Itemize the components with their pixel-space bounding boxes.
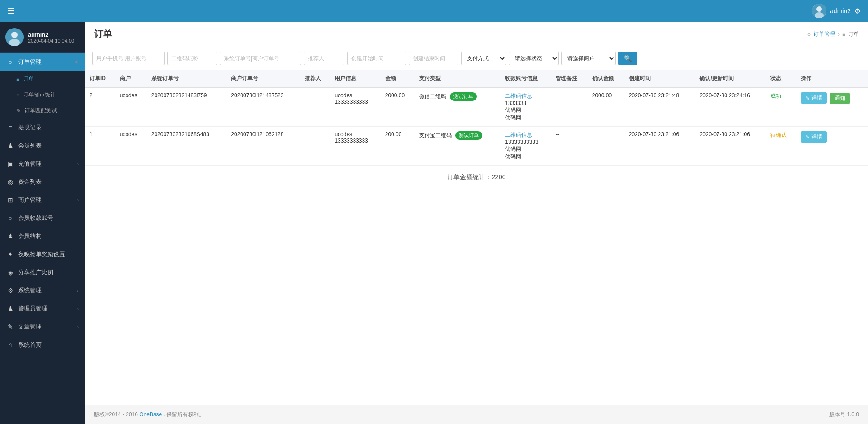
cell-create-time: 2020-07-30 23:21:06 <box>624 127 695 166</box>
topbar-settings-icon[interactable]: ⚙ <box>854 7 861 15</box>
filter-search-button[interactable]: 🔍 <box>618 52 637 65</box>
fund-list-icon: ◎ <box>6 178 14 186</box>
filter-status-select[interactable]: 请选择状态 成功 待确认 失败 <box>509 52 559 65</box>
sidebar-item-member-account-label: 会员收款账号 <box>18 214 79 222</box>
cell-management-note: -- <box>551 127 588 166</box>
sidebar-sub-item-province-stats[interactable]: ≡ 订单省市统计 <box>0 87 85 103</box>
cell-merchant-order-no: 20200730l121062128 <box>226 127 300 166</box>
orders-table: 订单ID 商户 系统订单号 商户订单号 推荐人 用户信息 金额 支付类型 收款账… <box>85 70 868 166</box>
cell-status: 成功 <box>766 87 796 127</box>
cell-confirm-amount: 2000.00 <box>588 87 624 127</box>
col-order-id: 订单ID <box>85 70 115 87</box>
breadcrumb: ○ 订单管理 › ≡ 订单 <box>807 30 859 38</box>
col-sys-order-no: 系统订单号 <box>147 70 227 87</box>
sidebar-item-night-grab-label: 夜晚抢单奖励设置 <box>18 250 79 258</box>
col-confirm-amount: 确认金额 <box>588 70 624 87</box>
order-management-arrow: ▼ <box>74 60 79 65</box>
sidebar-item-night-grab[interactable]: ✦ 夜晚抢单奖励设置 <box>0 245 85 263</box>
content-area: 订单 ○ 订单管理 › ≡ 订单 支付方式 微信 支付宝 银行卡 <box>85 22 868 424</box>
filter-payment-method-select[interactable]: 支付方式 微信 支付宝 银行卡 <box>461 52 506 65</box>
sidebar-item-system-home[interactable]: ⌂ 系统首页 <box>0 336 85 354</box>
order-total-amount: 2200 <box>491 173 505 181</box>
cell-create-time: 2020-07-30 23:21:48 <box>624 87 695 127</box>
col-referrer: 推荐人 <box>300 70 330 87</box>
cell-order-id: 1 <box>85 127 115 166</box>
sidebar-item-share-ratio[interactable]: ◈ 分享推广比例 <box>0 263 85 281</box>
cell-payment-type: 支付宝二维码 测试订单 <box>415 127 500 166</box>
hamburger-icon[interactable]: ☰ <box>7 6 14 16</box>
detail-icon: ✎ <box>805 134 810 140</box>
col-payment-type: 支付类型 <box>415 70 500 87</box>
detail-button[interactable]: ✎ 详情 <box>801 131 827 143</box>
col-status: 状态 <box>766 70 796 87</box>
notify-button[interactable]: 通知 <box>830 93 850 104</box>
filter-end-time-input[interactable] <box>409 52 458 65</box>
sidebar-item-system-management[interactable]: ⚙ 系统管理 › <box>0 281 85 300</box>
breadcrumb-current-page: 订单 <box>848 30 859 38</box>
cell-confirm-update-time: 2020-07-30 23:21:06 <box>695 127 766 166</box>
sidebar-item-recharge[interactable]: ▣ 充值管理 › <box>0 155 85 173</box>
breadcrumb-icon2: ≡ <box>842 31 845 38</box>
filter-phone-input[interactable] <box>92 52 165 65</box>
sidebar-item-member-list[interactable]: ♟ 会员列表 <box>0 137 85 155</box>
sidebar-item-merchant[interactable]: ⊞ 商户管理 › <box>0 191 85 209</box>
col-confirm-update-time: 确认/更新时间 <box>695 70 766 87</box>
sidebar-item-member-structure[interactable]: ♟ 会员结构 <box>0 227 85 245</box>
sidebar-item-article-management[interactable]: ✎ 文章管理 › <box>0 318 85 336</box>
filter-referrer-input[interactable] <box>304 52 344 65</box>
account-info-link[interactable]: 二维码信息 <box>505 93 532 99</box>
sidebar-item-fund-list-label: 资金列表 <box>18 178 79 186</box>
sidebar-item-order-management[interactable]: ○ 订单管理 ▼ <box>0 53 85 71</box>
col-merchant-order-no: 商户订单号 <box>226 70 300 87</box>
cell-confirm-update-time: 2020-07-30 23:24:16 <box>695 87 766 127</box>
cell-order-id: 2 <box>85 87 115 127</box>
cell-management-note <box>551 87 588 127</box>
footer-link[interactable]: OneBase <box>139 411 162 418</box>
cell-amount: 2000.00 <box>381 87 415 127</box>
sidebar-sub-item-order[interactable]: ≡ 订单 <box>0 71 85 87</box>
status-badge: 待确认 <box>770 132 787 138</box>
order-total-label: 订单金额统计： <box>447 173 491 181</box>
cell-confirm-amount <box>588 127 624 166</box>
main-layout: admin2 2020-04-04 10:04:00 ○ 订单管理 ▼ ≡ 订单… <box>0 22 868 424</box>
col-user-info: 用户信息 <box>330 70 380 87</box>
detail-button[interactable]: ✎ 详情 <box>801 92 827 104</box>
sidebar-sub-item-match-test[interactable]: ✎ 订单匹配测试 <box>0 103 85 119</box>
col-actions: 操作 <box>796 70 868 87</box>
sidebar-item-member-list-label: 会员列表 <box>18 142 79 150</box>
account-info-link[interactable]: 二维码信息 <box>505 132 532 138</box>
order-sub-icon: ≡ <box>16 76 19 82</box>
cell-sys-order-no: 202007302321483l759 <box>147 87 227 127</box>
topbar-left: ☰ <box>7 6 14 16</box>
order-total: 订单金额统计：2200 <box>85 166 868 189</box>
sidebar-item-system-management-label: 系统管理 <box>18 286 74 295</box>
province-stats-icon: ≡ <box>16 92 19 98</box>
sidebar-item-admin-management-label: 管理员管理 <box>18 305 74 313</box>
withdrawal-icon: ≡ <box>6 124 14 131</box>
filter-order-no-input[interactable] <box>220 52 301 65</box>
sidebar-item-admin-management[interactable]: ♟ 管理员管理 › <box>0 300 85 318</box>
topbar: ☰ admin2 ⚙ <box>0 0 868 22</box>
sidebar-item-withdrawal[interactable]: ≡ 提现记录 <box>0 119 85 137</box>
member-account-icon: ○ <box>6 214 14 222</box>
topbar-right: admin2 ⚙ <box>812 4 861 18</box>
night-grab-icon: ✦ <box>6 251 14 258</box>
filter-start-time-input[interactable] <box>347 52 406 65</box>
sidebar-item-member-account[interactable]: ○ 会员收款账号 <box>0 209 85 227</box>
breadcrumb-order-management[interactable]: 订单管理 <box>813 30 835 38</box>
filter-qrcode-input[interactable] <box>167 52 217 65</box>
table-body: 2 ucodes 202007302321483l759 20200730l12… <box>85 87 868 166</box>
order-management-icon: ○ <box>6 58 14 66</box>
recharge-icon: ▣ <box>6 160 14 167</box>
cell-user-info: ucodes13333333333 <box>330 87 380 127</box>
col-management-note: 管理备注 <box>551 70 588 87</box>
filter-merchant-select[interactable]: 请选择商户 <box>561 52 616 65</box>
system-management-arrow: › <box>77 288 79 293</box>
cell-sys-order-no: 202007302321068S483 <box>147 127 227 166</box>
sidebar-item-fund-list[interactable]: ◎ 资金列表 <box>0 173 85 191</box>
sidebar-datetime: 2020-04-04 10:04:00 <box>28 38 74 43</box>
sidebar: admin2 2020-04-04 10:04:00 ○ 订单管理 ▼ ≡ 订单… <box>0 22 85 424</box>
cell-merchant: ucodes <box>115 87 147 127</box>
sidebar-sub-item-order-label: 订单 <box>23 75 34 83</box>
cell-actions: ✎ 详情 通知 <box>796 87 868 127</box>
